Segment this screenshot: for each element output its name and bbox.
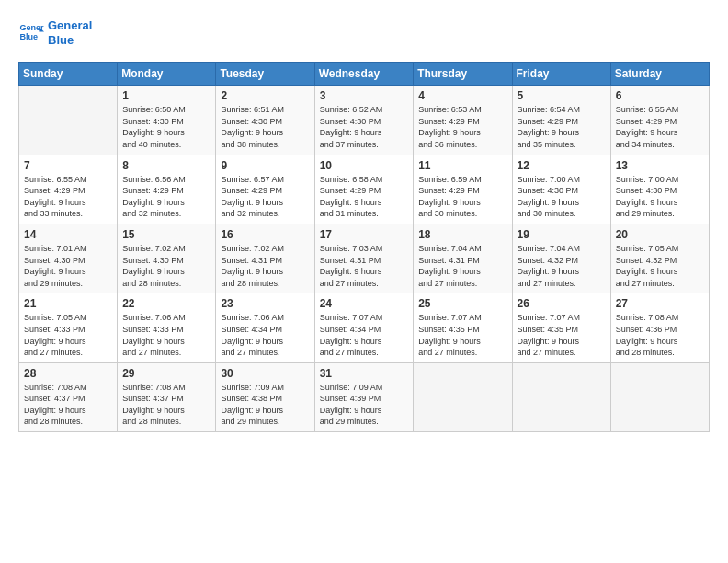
day-number: 10: [320, 159, 409, 172]
cell-content: Sunrise: 7:09 AM Sunset: 4:39 PM Dayligh…: [320, 382, 409, 428]
day-number: 25: [418, 297, 506, 310]
cell-content: Sunrise: 6:54 AM Sunset: 4:29 PM Dayligh…: [518, 104, 606, 150]
day-number: 26: [518, 297, 606, 310]
day-number: 1: [122, 89, 210, 102]
day-header-sunday: Sunday: [19, 63, 118, 86]
cell-content: Sunrise: 7:07 AM Sunset: 4:35 PM Dayligh…: [518, 312, 606, 358]
cell-content: Sunrise: 6:59 AM Sunset: 4:29 PM Dayligh…: [418, 174, 506, 220]
day-number: 8: [122, 159, 210, 172]
calendar-body: 1Sunrise: 6:50 AM Sunset: 4:30 PM Daylig…: [19, 86, 710, 432]
day-header-saturday: Saturday: [610, 63, 709, 86]
day-number: 5: [518, 89, 606, 102]
logo-text: GeneralBlue: [48, 18, 92, 47]
day-number: 3: [320, 89, 409, 102]
calendar-cell: 14Sunrise: 7:01 AM Sunset: 4:30 PM Dayli…: [19, 224, 118, 293]
cell-content: Sunrise: 7:06 AM Sunset: 4:34 PM Dayligh…: [221, 312, 309, 358]
cell-content: Sunrise: 6:55 AM Sunset: 4:29 PM Dayligh…: [616, 104, 704, 150]
cell-content: Sunrise: 6:57 AM Sunset: 4:29 PM Dayligh…: [221, 174, 309, 220]
day-header-tuesday: Tuesday: [216, 63, 314, 86]
cell-content: Sunrise: 7:04 AM Sunset: 4:32 PM Dayligh…: [518, 243, 606, 289]
cell-content: Sunrise: 7:05 AM Sunset: 4:32 PM Dayligh…: [616, 243, 704, 289]
day-number: 22: [122, 297, 210, 310]
day-number: 27: [616, 297, 704, 310]
day-number: 13: [616, 159, 704, 172]
calendar-cell: 8Sunrise: 6:56 AM Sunset: 4:29 PM Daylig…: [118, 155, 216, 224]
day-number: 28: [24, 367, 112, 380]
svg-text:Blue: Blue: [19, 32, 38, 41]
calendar-cell: 20Sunrise: 7:05 AM Sunset: 4:32 PM Dayli…: [610, 224, 709, 293]
cell-content: Sunrise: 7:09 AM Sunset: 4:38 PM Dayligh…: [221, 382, 309, 428]
calendar-header: SundayMondayTuesdayWednesdayThursdayFrid…: [19, 63, 710, 86]
calendar-cell: [414, 362, 512, 431]
calendar-cell: [610, 362, 709, 431]
day-header-friday: Friday: [512, 63, 610, 86]
calendar-cell: 4Sunrise: 6:53 AM Sunset: 4:29 PM Daylig…: [414, 86, 512, 155]
day-number: 11: [418, 159, 506, 172]
day-number: 14: [24, 228, 112, 241]
day-number: 7: [24, 159, 112, 172]
week-row-4: 21Sunrise: 7:05 AM Sunset: 4:33 PM Dayli…: [19, 293, 710, 362]
calendar-cell: 21Sunrise: 7:05 AM Sunset: 4:33 PM Dayli…: [19, 293, 118, 362]
day-header-monday: Monday: [118, 63, 216, 86]
day-number: 6: [616, 89, 704, 102]
calendar-cell: 24Sunrise: 7:07 AM Sunset: 4:34 PM Dayli…: [314, 293, 414, 362]
cell-content: Sunrise: 6:53 AM Sunset: 4:29 PM Dayligh…: [418, 104, 506, 150]
day-number: 16: [221, 228, 309, 241]
logo: General Blue GeneralBlue: [18, 18, 92, 47]
calendar-cell: 1Sunrise: 6:50 AM Sunset: 4:30 PM Daylig…: [118, 86, 216, 155]
cell-content: Sunrise: 7:06 AM Sunset: 4:33 PM Dayligh…: [122, 312, 210, 358]
day-number: 19: [518, 228, 606, 241]
calendar-cell: 26Sunrise: 7:07 AM Sunset: 4:35 PM Dayli…: [512, 293, 610, 362]
calendar-cell: 16Sunrise: 7:02 AM Sunset: 4:31 PM Dayli…: [216, 224, 314, 293]
days-of-week-row: SundayMondayTuesdayWednesdayThursdayFrid…: [19, 63, 710, 86]
day-number: 29: [122, 367, 210, 380]
calendar-table: SundayMondayTuesdayWednesdayThursdayFrid…: [18, 62, 710, 432]
cell-content: Sunrise: 6:51 AM Sunset: 4:30 PM Dayligh…: [221, 104, 309, 150]
day-number: 15: [122, 228, 210, 241]
cell-content: Sunrise: 7:01 AM Sunset: 4:30 PM Dayligh…: [24, 243, 112, 289]
cell-content: Sunrise: 7:05 AM Sunset: 4:33 PM Dayligh…: [24, 312, 112, 358]
cell-content: Sunrise: 7:02 AM Sunset: 4:30 PM Dayligh…: [122, 243, 210, 289]
calendar-cell: [19, 86, 118, 155]
calendar-cell: 15Sunrise: 7:02 AM Sunset: 4:30 PM Dayli…: [118, 224, 216, 293]
cell-content: Sunrise: 6:55 AM Sunset: 4:29 PM Dayligh…: [24, 174, 112, 220]
day-number: 17: [320, 228, 409, 241]
day-number: 31: [320, 367, 409, 380]
cell-content: Sunrise: 6:50 AM Sunset: 4:30 PM Dayligh…: [122, 104, 210, 150]
calendar-cell: 31Sunrise: 7:09 AM Sunset: 4:39 PM Dayli…: [314, 362, 414, 431]
calendar-cell: 18Sunrise: 7:04 AM Sunset: 4:31 PM Dayli…: [414, 224, 512, 293]
day-number: 24: [320, 297, 409, 310]
day-number: 30: [221, 367, 309, 380]
cell-content: Sunrise: 7:07 AM Sunset: 4:34 PM Dayligh…: [320, 312, 409, 358]
calendar-cell: [512, 362, 610, 431]
week-row-5: 28Sunrise: 7:08 AM Sunset: 4:37 PM Dayli…: [19, 362, 710, 431]
cell-content: Sunrise: 6:52 AM Sunset: 4:30 PM Dayligh…: [320, 104, 409, 150]
week-row-2: 7Sunrise: 6:55 AM Sunset: 4:29 PM Daylig…: [19, 155, 710, 224]
day-number: 23: [221, 297, 309, 310]
week-row-3: 14Sunrise: 7:01 AM Sunset: 4:30 PM Dayli…: [19, 224, 710, 293]
calendar-cell: 27Sunrise: 7:08 AM Sunset: 4:36 PM Dayli…: [610, 293, 709, 362]
day-number: 2: [221, 89, 309, 102]
day-number: 20: [616, 228, 704, 241]
page-header: General Blue GeneralBlue: [18, 18, 710, 47]
week-row-1: 1Sunrise: 6:50 AM Sunset: 4:30 PM Daylig…: [19, 86, 710, 155]
calendar-cell: 17Sunrise: 7:03 AM Sunset: 4:31 PM Dayli…: [314, 224, 414, 293]
calendar-cell: 3Sunrise: 6:52 AM Sunset: 4:30 PM Daylig…: [314, 86, 414, 155]
cell-content: Sunrise: 7:00 AM Sunset: 4:30 PM Dayligh…: [518, 174, 606, 220]
calendar-cell: 2Sunrise: 6:51 AM Sunset: 4:30 PM Daylig…: [216, 86, 314, 155]
calendar-cell: 28Sunrise: 7:08 AM Sunset: 4:37 PM Dayli…: [19, 362, 118, 431]
calendar-cell: 25Sunrise: 7:07 AM Sunset: 4:35 PM Dayli…: [414, 293, 512, 362]
day-number: 21: [24, 297, 112, 310]
calendar-cell: 22Sunrise: 7:06 AM Sunset: 4:33 PM Dayli…: [118, 293, 216, 362]
calendar-cell: 23Sunrise: 7:06 AM Sunset: 4:34 PM Dayli…: [216, 293, 314, 362]
cell-content: Sunrise: 7:08 AM Sunset: 4:37 PM Dayligh…: [122, 382, 210, 428]
calendar-cell: 7Sunrise: 6:55 AM Sunset: 4:29 PM Daylig…: [19, 155, 118, 224]
day-header-thursday: Thursday: [414, 63, 512, 86]
calendar-cell: 12Sunrise: 7:00 AM Sunset: 4:30 PM Dayli…: [512, 155, 610, 224]
cell-content: Sunrise: 7:00 AM Sunset: 4:30 PM Dayligh…: [616, 174, 704, 220]
cell-content: Sunrise: 6:58 AM Sunset: 4:29 PM Dayligh…: [320, 174, 409, 220]
day-header-wednesday: Wednesday: [314, 63, 414, 86]
cell-content: Sunrise: 7:02 AM Sunset: 4:31 PM Dayligh…: [221, 243, 309, 289]
day-number: 9: [221, 159, 309, 172]
cell-content: Sunrise: 7:04 AM Sunset: 4:31 PM Dayligh…: [418, 243, 506, 289]
